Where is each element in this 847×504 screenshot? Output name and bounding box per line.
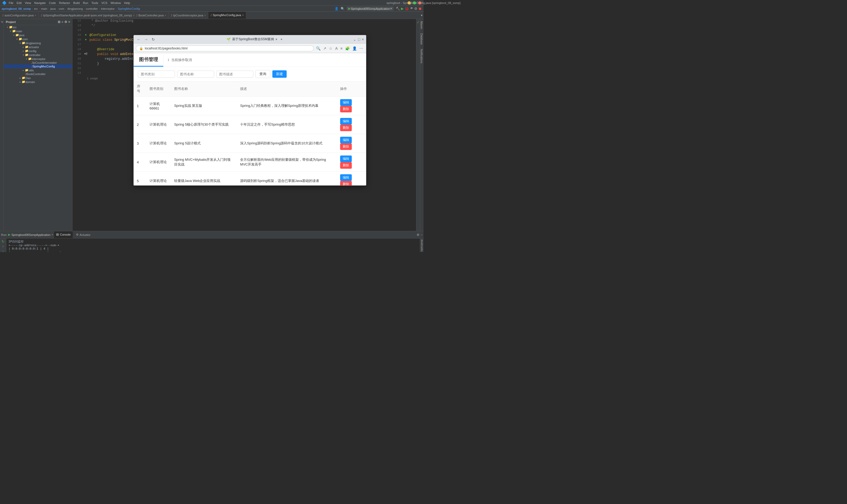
tree-item-com[interactable]: ▾ 📁 com [4,37,72,41]
tree-item-config[interactable]: ▸ 📁 config [4,49,72,53]
code-editor[interactable]: 12 * @author DingJiaxiong 13 */ 14 15 ● … [72,19,420,231]
search-everywhere-icon[interactable]: 🔍 [341,7,345,11]
sidebar-layout-icon[interactable]: ⊞ [58,20,60,24]
browser-toolbar-icons[interactable]: 🔍 ↗ ☆ A ≡ 🧩 👤 ⋯ [315,46,364,51]
run-tabs[interactable]: Run: ▶ Springboot08SsmpApplication × ▤ C… [0,231,424,238]
edit-button[interactable]: 编辑 [340,118,352,125]
tree-item-actuator[interactable]: ▸ 📁 actuator [4,45,72,49]
breadcrumb-main[interactable]: main [41,7,47,10]
rerun-icon[interactable]: ↻ [2,239,4,244]
address-input-container[interactable]: 🔒 localhost:81/pages/books.html [136,46,314,51]
tab-ipcount[interactable]: J IpCountInterceptor.java × [169,12,208,19]
run-minimize-icon[interactable]: − [420,233,422,237]
extensions-icon[interactable]: 🧩 [344,46,350,51]
run-tab-close[interactable]: × [52,233,53,236]
menu-edit[interactable]: Edit [17,1,22,4]
cell-actions[interactable]: 编辑 删除 [337,172,366,186]
run-down-icon[interactable]: ↓ [2,249,4,252]
menu-code[interactable]: Code [49,1,56,4]
browser-tab-close[interactable]: × [276,38,277,41]
menu-help[interactable]: Help [124,1,130,4]
menu-run[interactable]: Run [83,1,88,4]
tab-ipstarter[interactable]: J IpSpringBootStarterApplication.java × [39,12,86,19]
tree-item-dao[interactable]: ▸ 📁 Dao [4,76,72,80]
settings-icon[interactable]: ⚙ [414,6,417,11]
breadcrumb-src[interactable]: src [34,7,38,10]
edit-button[interactable]: 编辑 [340,156,352,162]
delete-button[interactable]: 删除 [340,162,352,169]
delete-button[interactable]: 删除 [340,143,352,150]
menu-bar[interactable]: File Edit View Navigate Code Refactor Bu… [9,1,130,4]
browser-refresh-button[interactable]: ↻ [151,37,156,42]
edit-button[interactable]: 编辑 [340,174,352,181]
profile-icon[interactable]: 👤 [334,7,339,11]
delete-button[interactable]: 删除 [340,181,352,185]
database-label[interactable]: Database [420,31,424,47]
name-search-input[interactable] [177,71,214,78]
menu-window[interactable]: Window [111,1,121,4]
tree-item-controller[interactable]: ▾ 📁 controller [4,53,72,57]
bookmarks-label[interactable]: Bookmarks [420,238,423,252]
breadcrumb-controller[interactable]: controller [86,7,98,10]
project-icon[interactable]: P [0,20,3,24]
run-toolbar[interactable]: ↻ ↑ ↓ ⏹ ⏸ 📷 ⚙ 🗑 📌 [0,238,6,252]
breadcrumb-class[interactable]: SpringMvcConfig [118,7,140,10]
tree-item-dingjiaxiong[interactable]: ▾ 📁 dingjiaxiong [4,41,72,45]
address-text[interactable]: localhost:81/pages/books.html [145,47,310,50]
breadcrumb-interceptor[interactable]: interceptor [101,7,115,10]
coverage-icon[interactable]: ☂ [410,6,413,11]
run-up-icon[interactable]: ↑ [2,245,4,248]
tab-close[interactable]: × [90,14,92,17]
tab-close[interactable]: × [35,14,36,17]
bookmark-icon[interactable]: ☆ [328,46,333,51]
tree-item-main[interactable]: ▾ 📁 main [4,29,72,33]
tab-bookcontroller[interactable]: J BookController.java × [134,12,169,19]
tree-item-domain[interactable]: ▸ 📁 domain [4,80,72,84]
run-icon[interactable]: ▶ [401,6,404,11]
delete-button[interactable]: 删除 [340,106,352,112]
browser-nav-controls[interactable]: ← → ↻ [136,37,156,42]
browser-new-tab[interactable]: + [280,38,282,41]
browser-back-button[interactable]: ← [136,37,142,42]
maven-panel-tab[interactable]: Maven Database Notifications [420,19,424,231]
menu-view[interactable]: View [25,1,31,4]
search-icon[interactable]: 🔍 [315,46,321,51]
tree-item-interceptor[interactable]: ▾ 📁 interceptor [4,57,72,61]
sidebar-collapse-icon[interactable]: ≡ [62,20,63,24]
stop-icon[interactable]: ⏹ [418,6,422,11]
new-button[interactable]: 新建 [272,70,287,78]
run-app-name[interactable]: Springboot08SsmpApplication [11,233,50,236]
edit-button[interactable]: 编辑 [340,137,352,143]
cell-actions[interactable]: 编辑 删除 [337,96,366,115]
profile-icon[interactable]: 👤 [351,46,358,51]
share-icon[interactable]: ↗ [323,46,327,51]
cell-actions[interactable]: 编辑 删除 [337,134,366,153]
browser-window-controls[interactable]: ⌄ □ × [353,37,364,41]
query-button[interactable]: 查询 [255,70,270,78]
browser-close-icon[interactable]: × [362,37,364,41]
maven-label[interactable]: Maven [420,19,424,31]
tree-item-springmvcconfig[interactable]: J SpringMvcConfig [4,65,72,68]
cell-actions[interactable]: 编辑 删除 [337,115,366,134]
tab-close[interactable]: × [133,14,135,17]
tab-springmvc[interactable]: J SpringMvcConfig.java × [208,12,246,19]
menu-refactor[interactable]: Refactor [59,1,70,4]
menu-file[interactable]: File [9,1,14,4]
reader-icon[interactable]: ≡ [340,46,343,51]
breadcrumb-dingjiaxiong[interactable]: dingjiaxiong [67,7,83,10]
tab-close[interactable]: × [242,14,244,17]
menu-navigate[interactable]: Navigate [34,1,46,4]
menu-vcs[interactable]: VCS [101,1,107,4]
menu-build[interactable]: Build [73,1,80,4]
breadcrumb-com[interactable]: com [59,7,64,10]
run-config-arrow[interactable]: ▾ [391,7,392,10]
console-output[interactable]: IP访问监控+-----ip-address-----+--num-+| 0:0… [6,238,420,252]
translate-icon[interactable]: A [334,46,338,51]
tab-overflow[interactable]: ▾ [420,14,424,17]
more-icon[interactable]: ⋯ [359,46,364,51]
tab-actuator[interactable]: ⚙ Actuator [74,231,93,238]
delete-button[interactable]: 删除 [340,125,352,131]
breadcrumb-java[interactable]: java [50,7,56,10]
edit-button[interactable]: 编辑 [340,99,352,106]
sidebar-close-icon[interactable]: × [68,20,70,24]
